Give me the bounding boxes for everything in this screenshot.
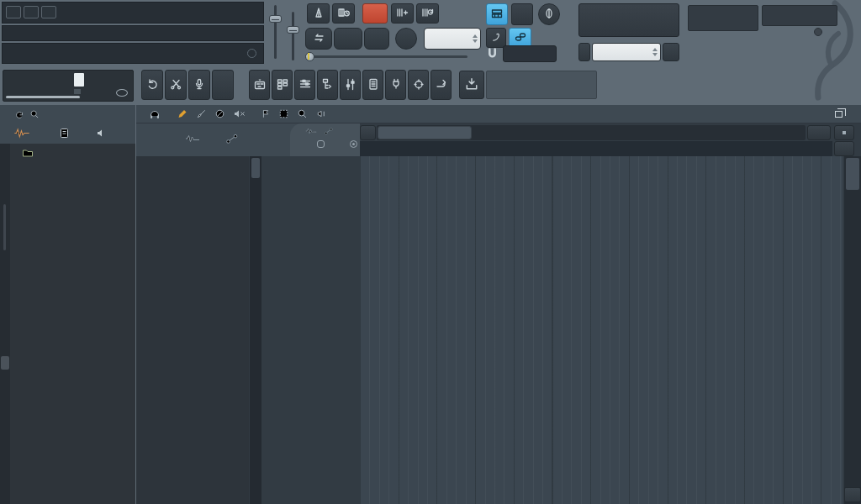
tracklist-tab-header — [290, 123, 360, 156]
tap-tempo-button[interactable] — [307, 3, 330, 24]
recording-button[interactable] — [188, 70, 210, 100]
picker-automation-icon[interactable] — [225, 133, 239, 144]
step-toggle[interactable] — [317, 140, 325, 148]
browser-tree-icon — [322, 78, 334, 92]
browser-tab-speaker-icon[interactable] — [96, 128, 109, 139]
playlist-hscrollbar[interactable] — [377, 125, 806, 140]
shuffle-slider-track[interactable] — [308, 55, 467, 58]
master-pitch-slider-track[interactable] — [274, 5, 277, 59]
slicer-tools-button[interactable] — [165, 70, 187, 100]
mixer-icon — [345, 78, 357, 92]
timeline[interactable] — [360, 141, 832, 156]
scroll-wheel-button[interactable] — [538, 3, 560, 25]
metronome-icon — [313, 7, 325, 20]
preview-playback-icon[interactable] — [315, 108, 327, 119]
playlist-restore-icon[interactable] — [835, 111, 843, 118]
time-display-panel[interactable] — [578, 3, 679, 37]
browser-tab-snippets-icon[interactable] — [59, 128, 71, 139]
typing-keyboard-to-piano-button[interactable] — [486, 3, 508, 25]
browser-scrollbar-thumb[interactable] — [3, 204, 6, 250]
paint-brush-icon[interactable] — [196, 108, 207, 119]
playlist-scroll-up-button[interactable] — [834, 141, 854, 156]
delete-slash-icon[interactable] — [214, 108, 225, 119]
master-volume-slider-track[interactable] — [292, 12, 294, 60]
minimize-button[interactable] — [6, 6, 21, 18]
loop-arrows-icon — [313, 32, 325, 45]
project-info-button[interactable] — [362, 70, 383, 100]
browser-tab-waveform-icon[interactable] — [13, 128, 30, 139]
pattern-clock-icon — [338, 7, 350, 20]
playlist-scroll-down-button[interactable] — [844, 487, 861, 502]
open-piano-roll-button[interactable] — [294, 70, 315, 100]
wait-for-input-button[interactable] — [332, 3, 355, 24]
back-icon[interactable] — [14, 109, 24, 119]
playlist-options-button[interactable] — [834, 125, 854, 140]
performance-mode-button[interactable] — [486, 28, 506, 48]
piano-roll-icon — [299, 78, 311, 92]
whip-curve-icon — [491, 32, 502, 45]
stop-button[interactable] — [364, 28, 389, 50]
playlist-scroll-left-button[interactable] — [360, 125, 376, 140]
tools-menu-button[interactable] — [408, 70, 429, 100]
open-channel-rack-button[interactable] — [272, 70, 293, 100]
pattern-loop-button[interactable] — [416, 3, 439, 24]
tempo-spinner[interactable] — [473, 29, 478, 49]
master-volume-slider-thumb[interactable] — [287, 26, 299, 34]
zoom-tool-icon[interactable] — [297, 108, 308, 119]
hint-bar — [2, 43, 264, 64]
position-led-display[interactable] — [362, 3, 388, 24]
playlist-hscrollbar-thumb[interactable] — [378, 126, 472, 139]
browser-scrollbar[interactable] — [0, 144, 10, 504]
mute-icon[interactable] — [233, 108, 246, 119]
undo-button[interactable] — [141, 70, 163, 100]
snap-magnet-icon — [486, 47, 499, 62]
tempo-display[interactable] — [424, 28, 481, 50]
playlist-titlebar — [136, 105, 861, 123]
maximize-button[interactable] — [24, 6, 39, 18]
preview-play-icon[interactable] — [1, 356, 9, 370]
pattern-plus-icon — [396, 7, 409, 20]
plugin-picker-button[interactable] — [385, 70, 406, 100]
scissors-icon — [170, 78, 182, 92]
pattern-scrollbar[interactable] — [250, 156, 261, 504]
pattern-spinner[interactable] — [652, 44, 658, 60]
playback-marker-icon[interactable] — [261, 108, 271, 119]
playlist-vscrollbar-thumb[interactable] — [846, 158, 859, 190]
keyboard-piano-icon — [491, 8, 503, 21]
loop-record-mode-button[interactable] — [305, 28, 332, 50]
update-download-button[interactable] — [459, 71, 484, 99]
playlist-vscrollbar[interactable] — [844, 156, 861, 504]
pattern-selector[interactable] — [592, 43, 661, 61]
update-notification[interactable] — [486, 71, 597, 99]
close-button[interactable] — [41, 6, 56, 18]
refresh-icon[interactable] — [814, 28, 822, 36]
add-pattern-button[interactable] — [663, 43, 679, 61]
slide-toggle[interactable] — [350, 140, 357, 148]
tab-waveform-icon[interactable] — [305, 127, 317, 135]
playlist-grid[interactable] — [360, 156, 843, 504]
shuffle-slider-knob[interactable] — [305, 52, 314, 61]
countdown-button[interactable] — [511, 3, 533, 25]
select-tool-icon[interactable] — [278, 108, 289, 119]
pattern-add-mode-button[interactable] — [391, 3, 414, 24]
picker-waveform-icon[interactable] — [185, 134, 200, 144]
export-button[interactable] — [430, 70, 452, 100]
pattern-picker-button[interactable] — [578, 43, 590, 61]
open-browser-button[interactable] — [317, 70, 338, 100]
search-icon[interactable] — [29, 109, 40, 119]
draw-pencil-icon[interactable] — [177, 108, 188, 119]
play-button[interactable] — [334, 28, 362, 50]
pattern-scrollbar-thumb[interactable] — [251, 158, 260, 178]
gear-icon — [413, 78, 425, 92]
browser-tabs — [0, 123, 135, 144]
open-mixer-button[interactable] — [340, 70, 361, 100]
open-playlist-button[interactable] — [249, 70, 270, 100]
master-pitch-slider-thumb[interactable] — [269, 15, 282, 23]
playlist-scroll-right-button[interactable] — [807, 125, 831, 140]
browser-folder-bombos[interactable] — [10, 144, 135, 162]
record-button[interactable] — [395, 28, 417, 50]
tab-automation-icon[interactable] — [324, 127, 334, 135]
snap-selector[interactable] — [503, 45, 557, 62]
help-button[interactable] — [212, 70, 234, 100]
headphones-icon[interactable] — [149, 108, 161, 119]
